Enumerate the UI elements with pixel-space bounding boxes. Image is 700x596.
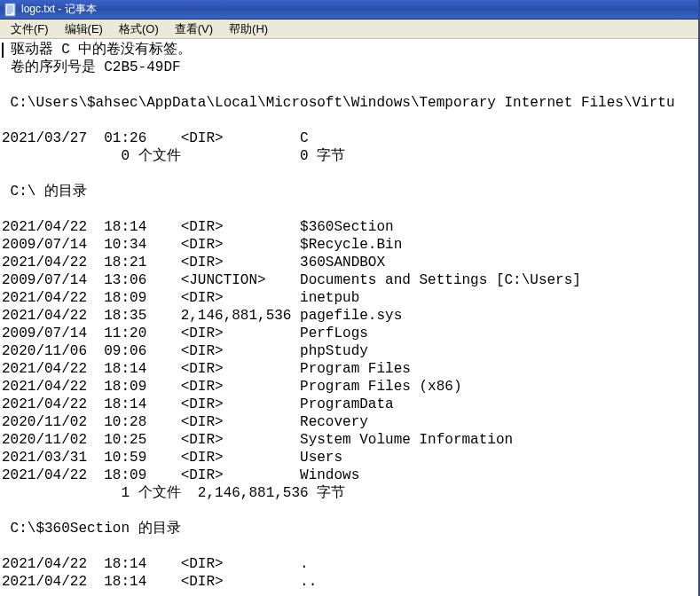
menu-help[interactable]: 帮助(H): [222, 20, 275, 39]
menu-edit[interactable]: 编辑(E): [58, 20, 110, 39]
window-title: logc.txt - 记事本: [21, 2, 97, 17]
menu-file[interactable]: 文件(F): [4, 20, 56, 39]
text-cursor: [2, 43, 4, 58]
text-area[interactable]: 驱动器 C 中的卷没有标签。 卷的序列号是 C2B5-49DF C:\Users…: [0, 39, 698, 596]
menu-view[interactable]: 查看(V): [168, 20, 220, 39]
title-bar[interactable]: logc.txt - 记事本: [0, 0, 698, 20]
notepad-icon: [4, 3, 18, 17]
menu-bar: 文件(F) 编辑(E) 格式(O) 查看(V) 帮助(H): [0, 20, 698, 39]
menu-format[interactable]: 格式(O): [112, 20, 166, 39]
